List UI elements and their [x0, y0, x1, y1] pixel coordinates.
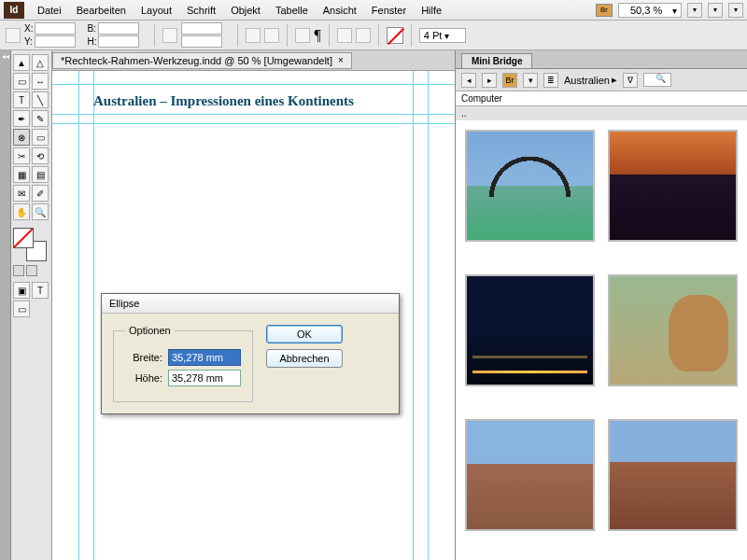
menu-schrift[interactable]: Schrift [179, 3, 223, 18]
rotate-icon[interactable] [162, 28, 177, 43]
cancel-button[interactable]: Abbrechen [266, 349, 343, 368]
pencil-tool[interactable]: ✎ [32, 110, 49, 127]
h-label: H: [87, 36, 96, 47]
view-dropdown-3[interactable]: ▾ [728, 3, 743, 18]
fill-swatch[interactable] [387, 27, 403, 44]
thumbnail-grid [456, 120, 747, 560]
ref-point-icon[interactable] [6, 28, 21, 43]
search-input[interactable]: 🔍 [643, 73, 671, 87]
thumb-6[interactable] [608, 419, 738, 531]
bridge-icon[interactable]: Br [596, 4, 613, 17]
app-logo: Id [4, 2, 24, 19]
gradient-tool[interactable]: ▦ [13, 166, 30, 183]
height-input[interactable] [168, 370, 241, 386]
note-tool[interactable]: ✉ [13, 185, 30, 202]
color-swatches[interactable] [13, 228, 47, 261]
thumb-1[interactable] [465, 130, 595, 242]
width-input[interactable] [168, 349, 241, 366]
mini-bridge-tab[interactable]: Mini Bridge [461, 53, 532, 68]
panel-collapse[interactable]: ◂◂ [0, 50, 11, 560]
menu-fenster[interactable]: Fenster [364, 3, 414, 18]
fwd-icon[interactable]: ▸ [482, 73, 497, 88]
apply-stroke[interactable] [26, 265, 37, 276]
align-icon[interactable] [337, 28, 352, 43]
menu-objekt[interactable]: Objekt [223, 3, 268, 18]
view-dropdown-2[interactable]: ▾ [708, 3, 723, 18]
ellipse-dialog: Ellipse Optionen Breite: Höhe: OK Abbrec… [101, 293, 400, 414]
scale-x-input[interactable] [181, 22, 222, 35]
options-legend: Optionen [125, 325, 175, 336]
x-input[interactable] [35, 22, 76, 35]
y-input[interactable] [35, 35, 76, 48]
apply-fill[interactable] [13, 265, 24, 276]
w-label: B: [87, 23, 95, 34]
ok-button[interactable]: OK [266, 325, 343, 343]
path-bar[interactable]: Computer [456, 91, 747, 106]
view-dropdown-1[interactable]: ▾ [687, 3, 702, 18]
view-mode-preview[interactable]: T [32, 282, 49, 299]
menu-layout[interactable]: Layout [134, 3, 179, 18]
flip-v-icon[interactable] [264, 28, 279, 43]
frame-tool[interactable]: ⊗ [13, 129, 30, 146]
page-title: Australien – Impressionen eines Kontinen… [93, 93, 354, 109]
thumb-4[interactable] [608, 274, 738, 386]
distribute-icon[interactable] [356, 28, 371, 43]
mini-bridge-panel: Mini Bridge ◂ ▸ Br ▾ ≣ Australien▸ ∇ 🔍 C… [456, 50, 747, 560]
transform-tool[interactable]: ⟲ [32, 147, 49, 164]
paragraph-icon[interactable]: ¶ [314, 27, 320, 44]
menu-bar: Id Datei Bearbeiten Layout Schrift Objek… [0, 0, 747, 21]
scale-y-input[interactable] [181, 35, 222, 48]
width-label: Breite: [125, 352, 162, 363]
document-tab[interactable]: *Rechteck-Rahmen-Werkzeug.indd @ 50 % [U… [52, 52, 352, 69]
document-tabs: *Rechteck-Rahmen-Werkzeug.indd @ 50 % [U… [52, 50, 455, 71]
dialog-title: Ellipse [102, 294, 399, 314]
type-tool[interactable]: T [13, 91, 30, 108]
up-dir[interactable]: .. [456, 106, 747, 120]
bridge-icon[interactable]: Br [502, 73, 517, 88]
y-label: Y: [24, 36, 33, 47]
char-icon[interactable] [295, 28, 310, 43]
menu-ansicht[interactable]: Ansicht [316, 3, 364, 18]
height-label: Höhe: [125, 372, 162, 384]
zoom-level[interactable]: 50,3 % ▾ [618, 3, 682, 18]
breadcrumb[interactable]: Australien▸ [564, 74, 617, 86]
menu-datei[interactable]: Datei [30, 3, 69, 18]
scissors-tool[interactable]: ✂ [13, 147, 30, 164]
view-icon[interactable]: ≣ [543, 73, 558, 88]
tab-title: *Rechteck-Rahmen-Werkzeug.indd @ 50 % [U… [61, 55, 332, 66]
view-mode-normal[interactable]: ▣ [13, 282, 30, 299]
menu-tabelle[interactable]: Tabelle [268, 3, 316, 18]
thumb-5[interactable] [465, 419, 595, 531]
thumb-2[interactable] [608, 130, 738, 242]
thumb-3[interactable] [465, 274, 595, 386]
rect-tool[interactable]: ▭ [32, 129, 49, 146]
screen-mode[interactable]: ▭ [13, 301, 30, 317]
filter-icon[interactable]: ∇ [623, 73, 638, 88]
selection-tool[interactable]: ▲ [13, 54, 30, 71]
stroke-weight[interactable]: 4 Pt ▾ [419, 28, 466, 43]
zoom-tool[interactable]: 🔍 [32, 203, 49, 220]
browse-icon[interactable]: ▾ [523, 73, 538, 88]
h-input[interactable] [98, 35, 139, 48]
direct-select-tool[interactable]: △ [32, 54, 49, 71]
line-tool[interactable]: ╲ [32, 91, 49, 108]
menu-hilfe[interactable]: Hilfe [414, 3, 449, 18]
w-input[interactable] [98, 22, 139, 35]
hand-tool[interactable]: ✋ [13, 203, 30, 220]
toolbox: ▲△ ▭↔ T╲ ✒✎ ⊗▭ ✂⟲ ▦▤ ✉✐ ✋🔍 ▣T ▭ [11, 50, 52, 560]
eyedropper-tool[interactable]: ✐ [32, 185, 49, 202]
pen-tool[interactable]: ✒ [13, 110, 30, 127]
x-label: X: [24, 23, 33, 34]
gap-tool[interactable]: ↔ [32, 73, 49, 90]
gradient-feather-tool[interactable]: ▤ [32, 166, 49, 183]
page-tool[interactable]: ▭ [13, 73, 30, 90]
control-bar: X: Y: B: H: ¶ 4 Pt ▾ [0, 21, 747, 50]
menu-bearbeiten[interactable]: Bearbeiten [69, 3, 134, 18]
close-icon[interactable]: × [338, 55, 344, 65]
flip-h-icon[interactable] [246, 28, 261, 43]
back-icon[interactable]: ◂ [461, 73, 476, 88]
options-fieldset: Optionen Breite: Höhe: [113, 325, 253, 402]
